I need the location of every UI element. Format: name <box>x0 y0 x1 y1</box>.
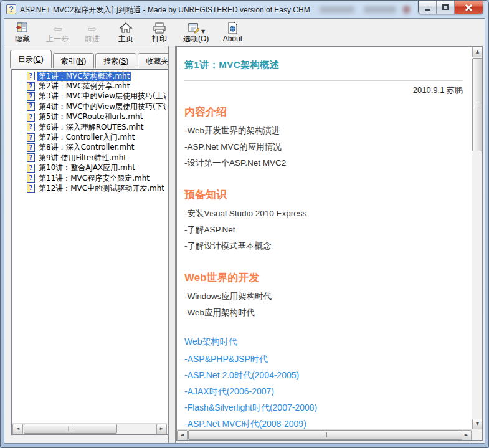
client-area: 隐藏⇦上一步⇨前进主页打印▼选项(O)About 目录(C)索引(N)搜索(S)… <box>4 18 485 444</box>
tree-item[interactable]: ?第5讲：MVCRoute和urls.mht <box>13 112 166 122</box>
window-title: ASP.NET MVC2程序开发入门到精通 - Made by UNREGIST… <box>20 5 310 16</box>
chm-viewer-window: ? ASP.NET MVC2程序开发入门到精通 - Made by UNREGI… <box>0 0 489 448</box>
tree-item-label: 第6讲：深入理解ROUTES.mht <box>37 123 145 132</box>
topic-link[interactable]: -Flash&Silverlight时代(2007-2008) <box>184 399 463 416</box>
tree-item[interactable]: ?第4讲：MVC中的View层使用技巧(下讲) <box>13 102 166 112</box>
topic-link[interactable]: -ASP.Net MVC时代(2008-2009) <box>184 416 463 429</box>
hide-icon <box>16 21 29 34</box>
maximize-button[interactable] <box>437 1 455 14</box>
help-topic-icon: ? <box>27 153 35 162</box>
tree-item[interactable]: ?第9讲 使用Filter特性.mht <box>13 153 166 163</box>
section-item: -Web开发世界的架构演进 <box>184 123 463 139</box>
pane-splitter[interactable] <box>168 46 176 443</box>
scrollbar-corner <box>472 429 482 440</box>
printer-icon <box>152 21 167 34</box>
topic-page: 第1讲：MVC架构概述 2010.9.1 苏鹏 内容介绍-Web开发世界的架构演… <box>177 47 472 429</box>
content-vertical-scrollbar[interactable]: ▲ ▼ <box>472 47 482 429</box>
forward-button: ⇨前进 <box>78 20 107 44</box>
section-heading: Web世界的开发 <box>184 270 463 285</box>
options-label: 选项(O) <box>183 34 209 44</box>
scroll-down-icon: ▼ <box>476 422 479 426</box>
section-item: -了解ASP.Net <box>184 222 463 238</box>
content-vscroll-thumb[interactable] <box>472 58 482 151</box>
topic-sections: 内容介绍-Web开发世界的架构演进-ASP.Net MVC的应用情况-设计第一个… <box>184 105 463 429</box>
scroll-left-icon: ◄ <box>181 433 184 437</box>
topic-link[interactable]: -ASP.Net 2.0时代(2004-2005) <box>184 367 463 383</box>
section-item: -了解设计模式基本概念 <box>184 238 463 254</box>
tree-item-label: 第2讲：MVC范例分享.mht <box>37 82 131 91</box>
scroll-up-button[interactable]: ▲ <box>472 47 483 57</box>
tree-item[interactable]: ?第1讲：MVC架构概述.mht <box>13 71 166 81</box>
help-topic-icon: ? <box>27 164 35 173</box>
tab-search[interactable]: 搜索(S) <box>95 53 136 68</box>
scroll-grip <box>323 432 328 437</box>
tree-horizontal-scrollbar[interactable]: ◄ ► <box>12 423 167 434</box>
hide-label: 隐藏 <box>15 34 30 44</box>
about-button[interactable]: About <box>218 20 247 44</box>
section-item: -安装Visual Studio 2010 Express <box>184 206 463 222</box>
section-heading: 内容介绍 <box>184 105 463 119</box>
tab-contents[interactable]: 目录(C) <box>10 50 52 68</box>
window-controls <box>418 1 483 14</box>
options-button[interactable]: ▼选项(O) <box>179 20 213 44</box>
help-topic-icon: ? <box>27 174 35 183</box>
content-horizontal-scrollbar[interactable]: ◄ ► <box>177 429 472 440</box>
home-button[interactable]: 主页 <box>112 20 140 44</box>
tree-item[interactable]: ?第2讲：MVC范例分享.mht <box>13 81 166 91</box>
toolbar: 隐藏⇦上一步⇨前进主页打印▼选项(O)About <box>4 19 485 45</box>
scroll-left-button[interactable]: ◄ <box>177 430 188 441</box>
tree-item[interactable]: ?第11讲：MVC程序安全限定.mht <box>13 173 166 183</box>
section-item: -Windows应用架构时代 <box>184 288 463 305</box>
topic-viewer: 第1讲：MVC架构概述 2010.9.1 苏鹏 内容介绍-Web开发世界的架构演… <box>176 46 483 441</box>
tree-item-label: 第8讲：深入Controller.mht <box>37 143 135 152</box>
scroll-left-icon: ◄ <box>16 427 19 431</box>
tree-item[interactable]: ?第3讲：MVC中的View层使用技巧(上讲) <box>13 92 166 102</box>
tree-item[interactable]: ?第7讲：Controller入门.mht <box>13 132 166 142</box>
tree-scroll-thumb[interactable] <box>24 424 117 434</box>
section-heading: 预备知识 <box>184 188 463 202</box>
options-icon: ▼ <box>187 21 205 34</box>
scroll-left-button[interactable]: ◄ <box>12 424 23 434</box>
tree-item-label: 第9讲 使用Filter特性.mht <box>37 153 128 163</box>
contents-tree: ?第1讲：MVC架构概述.mht?第2讲：MVC范例分享.mht?第3讲：MVC… <box>13 71 166 422</box>
help-topic-icon: ? <box>27 92 35 101</box>
scroll-right-button[interactable]: ► <box>461 430 472 441</box>
topic-title: 第1讲：MVC架构概述 <box>184 59 463 71</box>
minimize-button[interactable] <box>419 1 437 14</box>
tree-item-label: 第10讲：整合AJAX应用.mht <box>37 163 136 173</box>
topic-byline: 2010.9.1 苏鹏 <box>184 85 463 96</box>
scroll-right-icon: ► <box>465 433 468 437</box>
redacted-watermark <box>364 6 396 13</box>
print-label: 打印 <box>152 34 167 44</box>
dropdown-caret-icon: ▼ <box>201 29 205 34</box>
help-topic-icon: ? <box>27 113 35 122</box>
divider <box>184 80 463 81</box>
back-button: ⇦上一步 <box>42 20 73 44</box>
hide-button[interactable]: 隐藏 <box>8 20 37 44</box>
tree-item-label: 第12讲：MVC中的测试驱动开发.mht <box>37 184 166 193</box>
content-hscroll-thumb[interactable] <box>188 430 462 440</box>
close-icon <box>465 4 472 11</box>
scroll-down-button[interactable]: ▼ <box>472 419 483 429</box>
back-label: 上一步 <box>46 34 69 44</box>
print-button[interactable]: 打印 <box>145 20 174 44</box>
tree-item[interactable]: ?第12讲：MVC中的测试驱动开发.mht <box>13 183 166 193</box>
help-topic-icon: ? <box>27 72 35 80</box>
scroll-right-button[interactable]: ► <box>156 424 167 434</box>
tree-item[interactable]: ?第6讲：深入理解ROUTES.mht <box>13 122 166 132</box>
tree-item[interactable]: ?第8讲：深入Controller.mht <box>13 143 166 153</box>
nav-tabs: 目录(C)索引(N)搜索(S)收藏夹(I) <box>10 49 185 68</box>
help-topic-icon: ? <box>27 102 35 111</box>
tab-index[interactable]: 索引(N) <box>53 53 95 68</box>
section-item: -设计第一个ASP.Net MVC2 <box>184 155 463 171</box>
about-label: About <box>223 34 242 44</box>
close-button[interactable] <box>455 1 483 14</box>
help-book-icon: ? <box>6 4 16 14</box>
topic-link[interactable]: -ASP&PHP&JSP时代 <box>184 351 463 367</box>
tree-item-label: 第5讲：MVCRoute和urls.mht <box>37 112 144 122</box>
tree-item[interactable]: ?第10讲：整合AJAX应用.mht <box>13 163 166 173</box>
topic-link[interactable]: -AJAX时代(2006-2007) <box>184 383 463 399</box>
title-bar[interactable]: ? ASP.NET MVC2程序开发入门到精通 - Made by UNREGI… <box>1 1 488 18</box>
tree-item-label: 第11讲：MVC程序安全限定.mht <box>37 174 151 183</box>
help-topic-icon: ? <box>27 184 35 193</box>
